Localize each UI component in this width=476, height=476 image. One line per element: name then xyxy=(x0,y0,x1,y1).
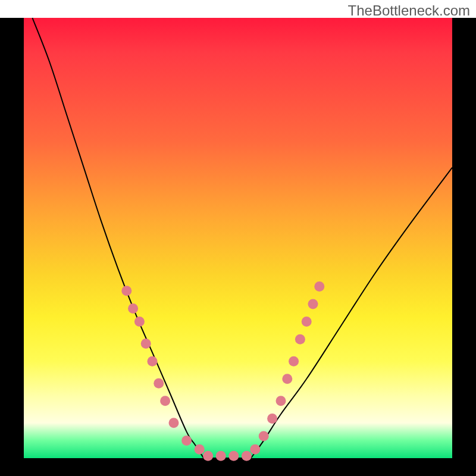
chart-svg xyxy=(24,18,452,458)
scatter-point xyxy=(148,356,158,367)
scatter-point xyxy=(216,451,226,461)
attribution-text: TheBottleneck.com xyxy=(348,2,470,19)
scatter-point xyxy=(134,317,145,327)
scatter-point xyxy=(302,317,312,327)
curve-left-branch xyxy=(32,18,203,458)
chart-plot-area xyxy=(24,18,452,458)
scatter-point xyxy=(259,431,269,441)
scatter-point xyxy=(154,378,164,389)
scatter-point xyxy=(121,286,131,296)
scatter-point xyxy=(308,299,318,309)
scatter-point xyxy=(282,374,292,384)
scatter-point xyxy=(141,339,151,349)
scatter-point xyxy=(203,451,213,461)
scatter-points-group xyxy=(121,281,324,461)
curve-right-branch xyxy=(251,168,452,458)
scatter-point xyxy=(267,414,277,424)
scatter-point xyxy=(250,444,260,455)
scatter-point xyxy=(195,444,205,455)
chart-frame xyxy=(0,18,476,476)
scatter-point xyxy=(242,451,252,461)
scatter-point xyxy=(295,334,305,345)
scatter-point xyxy=(181,436,192,446)
scatter-point xyxy=(169,418,179,428)
scatter-point xyxy=(289,356,299,367)
scatter-point xyxy=(128,303,138,314)
scatter-point xyxy=(228,451,239,461)
scatter-point xyxy=(314,281,324,292)
scatter-point xyxy=(276,396,286,406)
scatter-point xyxy=(160,396,170,406)
